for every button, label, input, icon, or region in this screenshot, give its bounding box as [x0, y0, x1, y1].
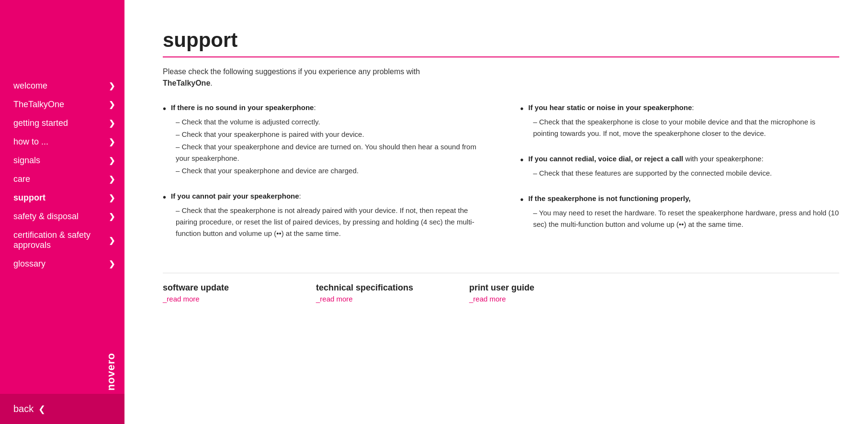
- issue-block: •If you hear static or noise in your spe…: [520, 102, 840, 140]
- main-content: support Please check the following sugge…: [124, 0, 868, 424]
- chevron-right-icon: ❯: [109, 175, 115, 184]
- issue-title: If you cannot pair your speakerphone:: [171, 191, 482, 201]
- sidebar-item-safety-disposal[interactable]: safety & disposal❯: [0, 207, 124, 226]
- link-title-2: print user guide: [469, 283, 622, 293]
- issue-item: Check that the speakerphone is not alrea…: [171, 205, 482, 239]
- sidebar-item-label-how-to: how to ...: [13, 137, 48, 147]
- issue-title: If you cannot redial, voice dial, or rej…: [529, 154, 839, 164]
- left-column: •If there is no sound in your speakerpho…: [163, 102, 482, 254]
- issue-block: •If you cannot redial, voice dial, or re…: [520, 154, 840, 180]
- issue-item: Check that your speakerphone and device …: [171, 165, 482, 177]
- sidebar-item-label-certification: certification & safety approvals: [13, 230, 109, 250]
- issue-item: You may need to reset the hardware. To r…: [529, 207, 839, 230]
- sidebar: welcome❯TheTalkyOne❯getting started❯how …: [0, 0, 124, 424]
- read-more-link-0[interactable]: _read more: [163, 295, 200, 303]
- issue-block: •If the speakerphone is not functioning …: [520, 193, 840, 231]
- page-title: support: [163, 29, 839, 57]
- bullet-point: •If you cannot redial, voice dial, or re…: [520, 154, 840, 180]
- link-block-1: technical specifications_read more: [316, 283, 469, 303]
- sidebar-item-label-welcome: welcome: [13, 81, 47, 91]
- chevron-right-icon: ❯: [109, 137, 115, 146]
- chevron-right-icon: ❯: [109, 212, 115, 221]
- bullet-point: •If the speakerphone is not functioning …: [520, 193, 840, 231]
- sidebar-nav: welcome❯TheTalkyOne❯getting started❯how …: [0, 0, 124, 394]
- issue-item: Check that the volume is adjusted correc…: [171, 116, 482, 128]
- link-block-0: software update_read more: [163, 283, 316, 303]
- sidebar-item-label-glossary: glossary: [13, 259, 45, 269]
- sidebar-item-getting-started[interactable]: getting started❯: [0, 114, 124, 133]
- sidebar-item-support[interactable]: support❯: [0, 189, 124, 207]
- sidebar-item-welcome[interactable]: welcome❯: [0, 77, 124, 95]
- chevron-right-icon: ❯: [109, 100, 115, 109]
- sidebar-item-signals[interactable]: signals❯: [0, 151, 124, 170]
- sidebar-item-label-signals: signals: [13, 156, 40, 166]
- sidebar-item-label-thetalkyone: TheTalkyOne: [13, 100, 64, 110]
- issue-title: If there is no sound in your speakerphon…: [171, 102, 482, 112]
- sidebar-item-label-support: support: [13, 193, 45, 203]
- back-label: back: [13, 403, 34, 414]
- link-title-0: software update: [163, 283, 316, 293]
- chevron-right-icon: ❯: [109, 193, 115, 202]
- bullet-dot-icon: •: [163, 102, 166, 115]
- chevron-right-icon: ❯: [109, 119, 115, 128]
- right-column: •If you hear static or noise in your spe…: [520, 102, 840, 254]
- intro-text: Please check the following suggestions i…: [163, 66, 440, 89]
- sidebar-item-label-safety-disposal: safety & disposal: [13, 212, 79, 222]
- bullet-point: •If you cannot pair your speakerphone:Ch…: [163, 191, 482, 240]
- bullet-dot-icon: •: [520, 154, 524, 166]
- bottom-links: software update_read moretechnical speci…: [163, 273, 839, 303]
- sidebar-item-thetalkyone[interactable]: TheTalkyOne❯: [0, 95, 124, 114]
- issue-title: If the speakerphone is not functioning p…: [529, 193, 839, 203]
- bullet-content: If you cannot redial, voice dial, or rej…: [529, 154, 839, 180]
- sidebar-item-label-getting-started: getting started: [13, 118, 68, 128]
- issue-block: •If you cannot pair your speakerphone:Ch…: [163, 191, 482, 240]
- read-more-link-1[interactable]: _read more: [316, 295, 353, 303]
- bullet-dot-icon: •: [163, 191, 166, 203]
- sidebar-item-label-care: care: [13, 174, 30, 184]
- issue-title: If you hear static or noise in your spea…: [529, 102, 839, 112]
- sidebar-item-care[interactable]: care❯: [0, 170, 124, 189]
- back-chevron-icon: ❮: [38, 404, 45, 414]
- link-title-1: technical specifications: [316, 283, 469, 293]
- chevron-right-icon: ❯: [109, 81, 115, 90]
- bullet-point: •If you hear static or noise in your spe…: [520, 102, 840, 140]
- chevron-right-icon: ❯: [109, 156, 115, 165]
- bullet-content: If you cannot pair your speakerphone:Che…: [171, 191, 482, 240]
- issue-block: •If there is no sound in your speakerpho…: [163, 102, 482, 178]
- read-more-link-2[interactable]: _read more: [469, 295, 506, 303]
- bullet-content: If there is no sound in your speakerphon…: [171, 102, 482, 178]
- content-columns: •If there is no sound in your speakerpho…: [163, 102, 839, 254]
- link-block-2: print user guide_read more: [469, 283, 622, 303]
- issue-item: Check that your speakerphone and device …: [171, 141, 482, 164]
- novero-logo: novero: [105, 353, 117, 391]
- chevron-right-icon: ❯: [109, 259, 115, 268]
- bullet-dot-icon: •: [520, 193, 524, 206]
- issue-item: Check that the speakerphone is close to …: [529, 116, 839, 139]
- issue-item: Check that your speakerphone is paired w…: [171, 129, 482, 140]
- bullet-dot-icon: •: [520, 102, 524, 115]
- issue-item: Check that these features are supported …: [529, 167, 839, 179]
- sidebar-item-glossary[interactable]: glossary❯: [0, 255, 124, 273]
- chevron-right-icon: ❯: [109, 236, 115, 245]
- bullet-content: If you hear static or noise in your spea…: [529, 102, 839, 140]
- bullet-content: If the speakerphone is not functioning p…: [529, 193, 839, 231]
- back-button[interactable]: back ❮: [0, 394, 124, 424]
- sidebar-item-how-to[interactable]: how to ...❯: [0, 133, 124, 151]
- sidebar-item-certification[interactable]: certification & safety approvals❯: [0, 226, 124, 255]
- bullet-point: •If there is no sound in your speakerpho…: [163, 102, 482, 178]
